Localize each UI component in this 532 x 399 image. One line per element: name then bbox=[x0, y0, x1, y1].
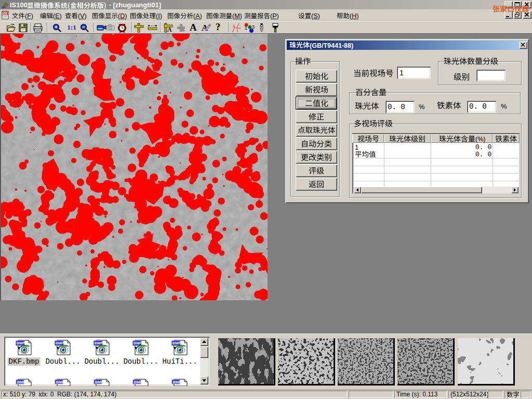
svg-text:BMP: BMP bbox=[56, 380, 64, 384]
svg-text:A: A bbox=[167, 26, 172, 33]
svg-text:BMP: BMP bbox=[134, 380, 142, 384]
svg-text:1: 1 bbox=[245, 25, 247, 31]
svg-text:BMP: BMP bbox=[56, 341, 64, 345]
svg-text:BMP: BMP bbox=[172, 380, 181, 384]
svg-text:BMP: BMP bbox=[172, 341, 181, 345]
svg-text:BMP: BMP bbox=[95, 341, 103, 345]
svg-text:BMP: BMP bbox=[95, 380, 103, 384]
svg-text:BMP: BMP bbox=[134, 341, 142, 345]
svg-text:BMP: BMP bbox=[17, 341, 25, 345]
svg-text:a: a bbox=[248, 24, 251, 30]
svg-text:DOC: DOC bbox=[2, 12, 8, 15]
svg-text:3: 3 bbox=[252, 24, 255, 30]
svg-text:BMP: BMP bbox=[17, 380, 25, 384]
